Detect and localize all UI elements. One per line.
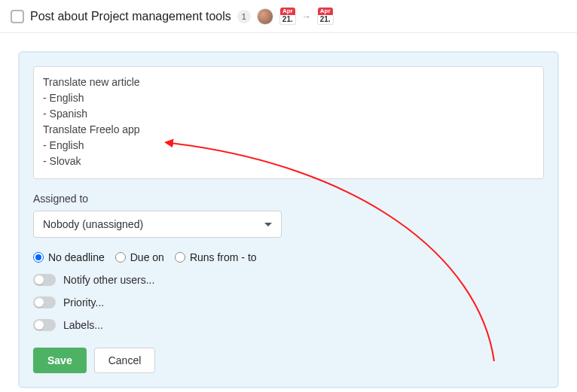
assigned-to-select[interactable]: Nobody (unassigned) — [33, 211, 282, 238]
toggle-label: Priority... — [63, 296, 104, 308]
month-label: Apr — [280, 8, 295, 15]
month-label: Apr — [318, 8, 333, 15]
labels-toggle-row[interactable]: Labels... — [33, 319, 544, 331]
save-button[interactable]: Save — [33, 348, 87, 373]
notify-toggle-row[interactable]: Notify other users... — [33, 274, 544, 286]
toggle-off-icon — [33, 296, 56, 308]
radio-label: Due on — [130, 251, 164, 263]
radio-checked-icon — [33, 252, 44, 263]
deadline-option-range[interactable]: Runs from - to — [175, 251, 257, 263]
task-title: Post about Project management tools — [30, 10, 231, 23]
day-label: 21. — [279, 15, 296, 25]
assigned-to-value: Nobody (unassigned) — [43, 218, 143, 230]
assigned-to-label: Assigned to — [33, 193, 544, 205]
comment-count-badge[interactable]: 1 — [237, 10, 251, 23]
day-label: 21. — [317, 15, 334, 25]
form-actions: Save Cancel — [33, 348, 544, 373]
priority-toggle-row[interactable]: Priority... — [33, 296, 544, 308]
toggle-off-icon — [33, 274, 56, 286]
task-header: Post about Project management tools 1 Ap… — [0, 0, 577, 33]
arrow-right-icon: → — [302, 11, 311, 22]
cancel-button[interactable]: Cancel — [94, 348, 156, 373]
deadline-radio-group: No deadline Due on Runs from - to — [33, 251, 544, 263]
task-description-input[interactable]: Translate new article - English - Spanis… — [33, 66, 544, 179]
toggle-label: Notify other users... — [63, 274, 154, 286]
task-edit-panel: Translate new article - English - Spanis… — [18, 51, 559, 388]
radio-icon — [115, 252, 126, 263]
radio-icon — [175, 252, 185, 263]
toggle-off-icon — [33, 319, 56, 331]
task-complete-checkbox[interactable] — [11, 10, 24, 23]
toggle-label: Labels... — [63, 319, 103, 331]
deadline-option-none[interactable]: No deadline — [33, 251, 105, 263]
deadline-option-due[interactable]: Due on — [115, 251, 164, 263]
radio-label: No deadline — [48, 251, 105, 263]
chevron-down-icon — [264, 223, 272, 226]
date-to-badge[interactable]: Apr 21. — [317, 8, 334, 25]
radio-label: Runs from - to — [190, 251, 257, 263]
assignee-avatar[interactable] — [257, 8, 273, 25]
date-from-badge[interactable]: Apr 21. — [279, 8, 296, 25]
